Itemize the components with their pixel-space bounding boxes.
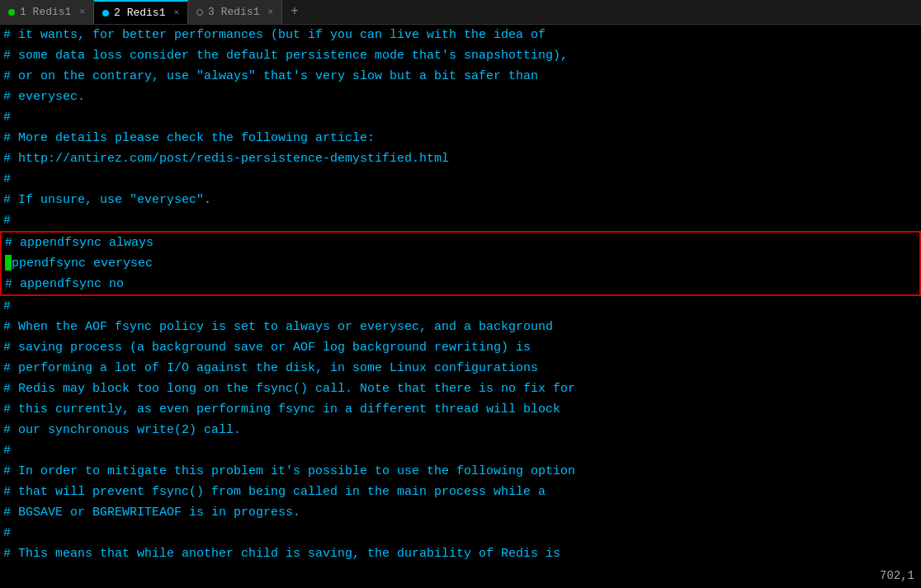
tab-bar: 1 Redis1 ✕ 2 Redis1 ✕ 3 Redis1 ✕ + xyxy=(0,0,921,25)
tab-3-dot xyxy=(196,9,203,16)
tab-3-label: 3 Redis1 xyxy=(208,2,259,22)
tab-1-label: 1 Redis1 xyxy=(20,2,71,22)
code-after-2: # When the AOF fsync policy is set to al… xyxy=(0,317,921,337)
code-after-7: # our synchronous write(2) call. xyxy=(0,420,921,440)
highlighted-code-block: # appendfsync always ppendfsync everysec… xyxy=(0,231,921,296)
status-bar: 702,1 xyxy=(873,564,921,588)
code-line-7: # http://antirez.com/post/redis-persiste… xyxy=(0,148,921,169)
tab-3[interactable]: 3 Redis1 ✕ xyxy=(188,0,282,24)
tab-1-dot xyxy=(8,9,15,16)
tab-3-close-icon[interactable]: ✕ xyxy=(268,2,274,22)
cursor xyxy=(5,255,12,270)
code-line-3: # or on the contrary, use "always" that'… xyxy=(0,66,921,87)
new-tab-button[interactable]: + xyxy=(282,0,307,24)
code-line-6: # More details please check the followin… xyxy=(0,128,921,148)
code-after-10: # that will prevent fsync() from being c… xyxy=(0,482,921,502)
tab-2-dot xyxy=(102,10,109,16)
cursor-position: 702,1 xyxy=(880,569,914,582)
code-after-8: # xyxy=(0,440,921,461)
code-line-4: # everysec. xyxy=(0,87,921,107)
tab-1-close-icon[interactable]: ✕ xyxy=(79,2,85,22)
active-line-text: ppendfsync everysec xyxy=(12,256,153,270)
code-after-12: # xyxy=(0,523,921,543)
code-line-5: # xyxy=(0,107,921,128)
code-line-10: # xyxy=(0,210,921,231)
tab-2[interactable]: 2 Redis1 ✕ xyxy=(94,0,188,24)
highlight-line-2-active: ppendfsync everysec xyxy=(2,253,919,274)
tab-1[interactable]: 1 Redis1 ✕ xyxy=(0,0,94,24)
highlight-line-3: # appendfsync no xyxy=(2,274,919,294)
highlight-line-1: # appendfsync always xyxy=(2,233,919,253)
tab-2-label: 2 Redis1 xyxy=(114,2,165,23)
code-after-1: # xyxy=(0,296,921,317)
code-after-11: # BGSAVE or BGREWRITEAOF is in progress. xyxy=(0,502,921,523)
code-after-4: # performing a lot of I/O against the di… xyxy=(0,358,921,379)
code-after-5: # Redis may block too long on the fsync(… xyxy=(0,379,921,399)
code-line-1: # it wants, for better performances (but… xyxy=(0,25,921,45)
code-after-9: # In order to mitigate this problem it's… xyxy=(0,461,921,482)
code-after-13: # This means that while another child is… xyxy=(0,543,921,564)
code-after-3: # saving process (a background save or A… xyxy=(0,337,921,358)
tab-2-close-icon[interactable]: ✕ xyxy=(173,2,179,23)
code-line-8: # xyxy=(0,169,921,190)
code-editor[interactable]: # it wants, for better performances (but… xyxy=(0,25,921,588)
code-line-9: # If unsure, use "everysec". xyxy=(0,190,921,210)
code-line-2: # some data loss consider the default pe… xyxy=(0,45,921,66)
code-after-6: # this currently, as even performing fsy… xyxy=(0,399,921,420)
